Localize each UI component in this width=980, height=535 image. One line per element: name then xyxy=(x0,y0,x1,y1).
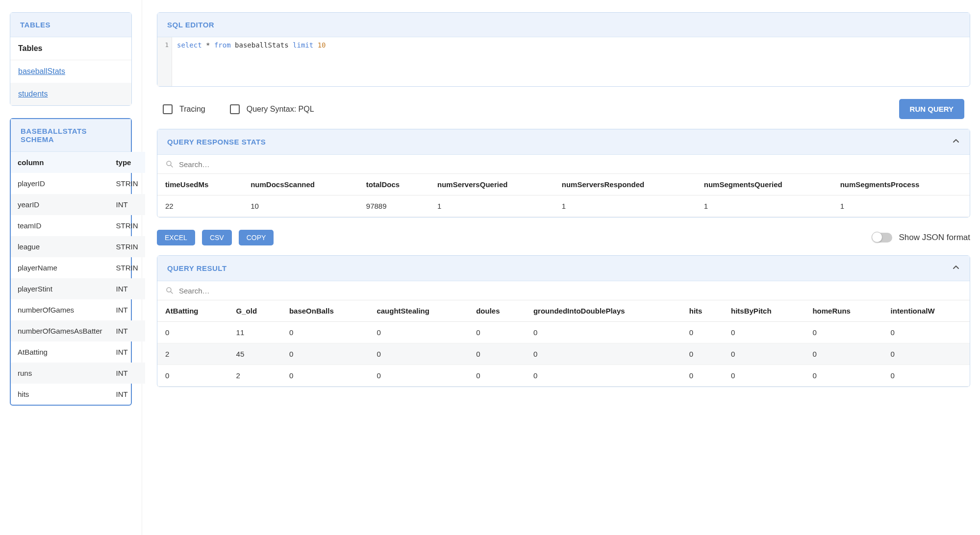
run-query-button[interactable]: RUN QUERY xyxy=(899,99,964,119)
query-result-header: QUERY RESULT xyxy=(157,256,970,281)
schema-col-name: numberOfGamesAsBatter xyxy=(11,320,109,341)
sql-token: from xyxy=(214,41,231,49)
result-cell: 0 xyxy=(681,343,723,365)
schema-col-type: INT xyxy=(109,278,145,299)
search-icon xyxy=(165,160,174,169)
csv-button[interactable]: CSV xyxy=(202,230,232,245)
sql-token: select xyxy=(177,41,202,49)
result-header-cell[interactable]: homeRuns xyxy=(804,300,882,322)
table-link-baseballstats[interactable]: baseballStats xyxy=(10,60,131,83)
stats-cell: 97889 xyxy=(358,195,429,217)
excel-button[interactable]: EXCEL xyxy=(157,230,195,245)
export-row: EXCEL CSV COPY Show JSON format xyxy=(157,230,970,255)
result-cell: 0 xyxy=(681,365,723,387)
tracing-label: Tracing xyxy=(179,105,205,114)
sql-editor-body[interactable]: 1 select * from baseballStats limit 10 xyxy=(157,37,970,86)
schema-row[interactable]: yearIDINT xyxy=(11,194,145,215)
result-header-cell[interactable]: hitsByPitch xyxy=(723,300,804,322)
stats-header-cell[interactable]: totalDocs xyxy=(358,174,429,195)
result-row[interactable]: 01100000000 xyxy=(157,322,970,343)
stats-row[interactable]: 2210978891111 xyxy=(157,195,970,217)
response-stats-title: QUERY RESPONSE STATS xyxy=(167,138,266,146)
schema-row[interactable]: leagueSTRIN xyxy=(11,236,145,257)
schema-type-header[interactable]: type xyxy=(109,152,145,173)
schema-row[interactable]: teamIDSTRIN xyxy=(11,215,145,236)
json-format-toggle[interactable]: Show JSON format xyxy=(873,233,971,243)
main-content: SQL EDITOR 1 select * from baseballStats… xyxy=(142,0,980,535)
toggle-track xyxy=(873,233,892,243)
stats-header-cell[interactable]: numServersQueried xyxy=(429,174,554,195)
result-cell: 0 xyxy=(157,365,228,387)
result-cell: 0 xyxy=(281,343,369,365)
schema-panel-title: BASEBALLSTATS SCHEMA xyxy=(21,127,121,144)
result-row[interactable]: 24500000000 xyxy=(157,343,970,365)
schema-row[interactable]: runsINT xyxy=(11,363,145,384)
result-cell: 0 xyxy=(526,365,681,387)
result-cell: 0 xyxy=(723,322,804,343)
schema-col-type: INT xyxy=(109,341,145,363)
tables-list-header: Tables xyxy=(10,37,131,60)
sql-gutter: 1 xyxy=(157,37,172,86)
result-search-input[interactable] xyxy=(179,287,962,295)
schema-row[interactable]: playerStintINT xyxy=(11,278,145,299)
result-cell: 0 xyxy=(369,343,468,365)
stats-header-cell[interactable]: numServersResponded xyxy=(554,174,696,195)
sql-code[interactable]: select * from baseballStats limit 10 xyxy=(172,37,970,86)
stats-header-cell[interactable]: numSegmentsQueried xyxy=(696,174,832,195)
schema-panel-header: BASEBALLSTATS SCHEMA xyxy=(11,119,131,152)
response-stats-panel: QUERY RESPONSE STATS timeUsedMsnumDocsSc… xyxy=(157,129,970,218)
result-header-cell[interactable]: intentionalW xyxy=(883,300,970,322)
svg-line-1 xyxy=(171,165,173,167)
search-icon xyxy=(165,286,174,295)
result-cell: 0 xyxy=(157,322,228,343)
sql-token xyxy=(313,41,317,49)
sql-editor-title: SQL EDITOR xyxy=(167,21,214,29)
schema-row[interactable]: playerIDSTRIN xyxy=(11,173,145,194)
collapse-icon[interactable] xyxy=(952,264,960,273)
schema-row[interactable]: numberOfGamesAsBatterINT xyxy=(11,320,145,341)
result-cell: 0 xyxy=(804,365,882,387)
sql-line-number: 1 xyxy=(165,41,169,49)
schema-col-header[interactable]: column xyxy=(11,152,109,173)
schema-col-name: AtBatting xyxy=(11,341,109,363)
stats-header-cell[interactable]: numSegmentsProcess xyxy=(832,174,970,195)
app-root: TABLES Tables baseballStats students BAS… xyxy=(0,0,980,535)
schema-col-name: playerStint xyxy=(11,278,109,299)
result-header-cell[interactable]: AtBatting xyxy=(157,300,228,322)
collapse-icon[interactable] xyxy=(952,137,960,146)
result-cell: 0 xyxy=(681,322,723,343)
stats-header-cell[interactable]: timeUsedMs xyxy=(157,174,243,195)
schema-row[interactable]: numberOfGamesINT xyxy=(11,299,145,320)
stats-cell: 1 xyxy=(832,195,970,217)
schema-row[interactable]: AtBattingINT xyxy=(11,341,145,363)
result-table: AtBattingG_oldbaseOnBallscaughtStealingd… xyxy=(157,300,970,387)
table-link-students[interactable]: students xyxy=(10,83,131,105)
result-header-cell[interactable]: doules xyxy=(468,300,526,322)
result-header-cell[interactable]: hits xyxy=(681,300,723,322)
result-cell: 0 xyxy=(468,322,526,343)
tracing-checkbox[interactable]: Tracing xyxy=(163,104,205,114)
schema-col-name: playerName xyxy=(11,257,109,278)
schema-row[interactable]: hitsINT xyxy=(11,384,145,405)
stats-search-input[interactable] xyxy=(179,160,962,169)
result-cell: 2 xyxy=(157,343,228,365)
copy-button[interactable]: COPY xyxy=(239,230,274,245)
syntax-label: Query Syntax: PQL xyxy=(247,105,314,114)
schema-col-type: STRIN xyxy=(109,257,145,278)
stats-header-cell[interactable]: numDocsScanned xyxy=(243,174,358,195)
schema-col-type: STRIN xyxy=(109,173,145,194)
response-stats-header: QUERY RESPONSE STATS xyxy=(157,129,970,155)
schema-row[interactable]: playerNameSTRIN xyxy=(11,257,145,278)
result-header-cell[interactable]: G_old xyxy=(228,300,281,322)
syntax-checkbox[interactable]: Query Syntax: PQL xyxy=(230,104,314,114)
result-header-cell[interactable]: baseOnBalls xyxy=(281,300,369,322)
result-header-cell[interactable]: groundedIntoDoublePlays xyxy=(526,300,681,322)
schema-col-type: INT xyxy=(109,320,145,341)
query-result-title: QUERY RESULT xyxy=(167,264,227,272)
result-row[interactable]: 0200000000 xyxy=(157,365,970,387)
editor-controls: Tracing Query Syntax: PQL RUN QUERY xyxy=(157,99,970,129)
schema-col-name: league xyxy=(11,236,109,257)
result-header-cell[interactable]: caughtStealing xyxy=(369,300,468,322)
schema-col-name: playerID xyxy=(11,173,109,194)
tables-panel-header: TABLES xyxy=(10,13,131,37)
